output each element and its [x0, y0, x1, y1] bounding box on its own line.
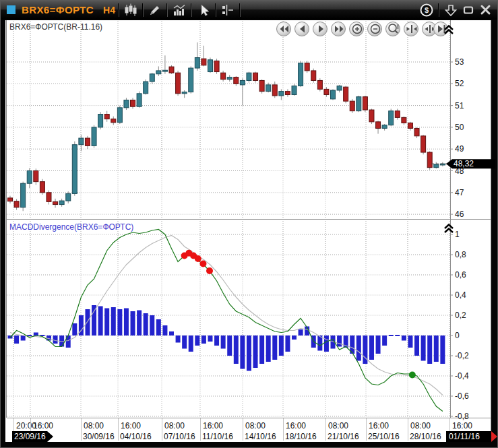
timeframe-label: H4	[103, 5, 115, 15]
svg-text:0,2: 0,2	[455, 311, 466, 320]
svg-text:11/10/16: 11/10/16	[202, 432, 233, 441]
toolbar-separator	[239, 3, 241, 17]
title-bar[interactable]: BRX6=ФОРТС H4	[1, 1, 497, 20]
svg-text:0,8: 0,8	[455, 250, 466, 259]
svg-text:18/10/16: 18/10/16	[285, 432, 317, 441]
nav-scroll-right-button[interactable]	[313, 22, 328, 36]
chart-type-tool-button[interactable]	[122, 2, 139, 18]
indicator-tool-button[interactable]	[170, 2, 188, 18]
toolbar-separator	[191, 3, 192, 17]
restore-icon	[461, 3, 476, 18]
svg-text:16:00: 16:00	[121, 421, 141, 430]
svg-text:51: 51	[455, 101, 464, 110]
svg-text:49: 49	[455, 144, 464, 154]
candlestick-icon	[123, 3, 138, 18]
chart-window: BRX6=ФОРТС H4	[0, 0, 498, 448]
nav-scroll-left-button[interactable]	[294, 22, 309, 36]
svg-text:16:00: 16:00	[33, 421, 53, 430]
end-date-tag-arrow-icon	[491, 431, 497, 442]
draw-tool-button[interactable]	[146, 2, 164, 18]
svg-text:$: $	[425, 6, 429, 14]
last-price-tag-label: 48,32	[454, 159, 474, 168]
svg-text:0: 0	[455, 331, 460, 340]
right-arrow-icon	[313, 22, 327, 36]
svg-text:21/10/16: 21/10/16	[328, 432, 359, 441]
svg-text:16:00: 16:00	[369, 421, 389, 430]
svg-text:25/10/16: 25/10/16	[368, 432, 400, 441]
bearish-divergence-dot	[206, 267, 213, 274]
svg-text:16:00: 16:00	[452, 421, 472, 430]
nav-scroll-right-fast-button[interactable]	[331, 22, 346, 36]
svg-text:04/10/16: 04/10/16	[120, 432, 152, 441]
macd-panel-title: MACDDivergence(BRX6=ФОРТС)	[9, 222, 133, 232]
bullish-divergence-dot	[409, 372, 416, 379]
nav-zoom-region-button[interactable]	[385, 22, 400, 36]
instrument-icon	[7, 5, 15, 14]
toolbar-separator	[438, 3, 439, 17]
double-chevron-up-icon	[443, 223, 455, 234]
magnifier-icon	[386, 22, 400, 36]
nav-zoom-in-button[interactable]	[349, 22, 364, 36]
svg-text:07/10/16: 07/10/16	[164, 432, 195, 441]
download-button[interactable]	[442, 2, 460, 18]
levels-icon	[220, 3, 235, 18]
svg-text:08:00: 08:00	[245, 421, 266, 430]
nav-zoom-out-button[interactable]	[367, 22, 382, 36]
svg-text:08:00: 08:00	[328, 421, 348, 430]
svg-text:46: 46	[455, 210, 464, 219]
start-date-tag-label: 23/09/16	[14, 432, 46, 441]
indicator-icon	[172, 3, 187, 18]
levels-tool-button[interactable]	[219, 2, 237, 18]
toolbar-separator	[118, 3, 119, 17]
nav-compress-scale-button[interactable]	[404, 22, 418, 36]
double-right-arrow-icon	[332, 22, 345, 36]
svg-text:28/10/16: 28/10/16	[410, 432, 441, 441]
svg-text:08:00: 08:00	[84, 421, 104, 430]
svg-text:47: 47	[455, 188, 464, 197]
toolbar-separator	[215, 3, 216, 17]
left-arrow-icon	[295, 22, 309, 36]
bearish-divergence-dot	[199, 261, 206, 267]
dollar-icon: $	[419, 3, 434, 18]
svg-text:-0,6: -0,6	[455, 391, 469, 401]
double-chevron-up-icon	[443, 24, 455, 35]
pencil-icon	[148, 3, 162, 18]
svg-text:30/09/16: 30/09/16	[83, 432, 115, 441]
svg-text:-0,4: -0,4	[455, 371, 469, 381]
bearish-divergence-dot	[195, 255, 201, 262]
compress-arrows-icon	[404, 22, 418, 36]
svg-text:0,6: 0,6	[455, 270, 466, 280]
svg-text:08:00: 08:00	[164, 421, 185, 430]
zoom-in-icon	[350, 22, 363, 36]
svg-text:50: 50	[455, 123, 464, 132]
svg-text:16:00: 16:00	[286, 421, 306, 430]
download-arrow-icon	[443, 3, 458, 18]
end-date-tag-label: 01/11/16	[449, 432, 480, 441]
svg-text:52: 52	[455, 79, 464, 88]
price-panel-title: BRX6=ФОРТС(BR-11.16)	[9, 22, 102, 32]
svg-text:0,4: 0,4	[455, 290, 466, 300]
svg-text:08:00: 08:00	[410, 421, 431, 430]
restore-button[interactable]	[460, 2, 477, 18]
svg-text:1: 1	[455, 230, 460, 239]
double-left-arrow-icon	[277, 22, 290, 36]
close-button[interactable]	[477, 2, 495, 18]
collapse-macd-panel-button[interactable]	[443, 223, 455, 234]
close-icon	[478, 3, 493, 18]
toolbar-separator	[166, 3, 168, 17]
svg-text:-0,8: -0,8	[455, 412, 469, 421]
zoom-out-icon	[368, 22, 381, 36]
svg-text:-0,2: -0,2	[455, 351, 469, 360]
svg-text:16:00: 16:00	[203, 421, 223, 430]
collapse-price-panel-button[interactable]	[443, 24, 455, 35]
cursor-icon	[196, 3, 211, 18]
svg-text:14/10/16: 14/10/16	[245, 432, 276, 441]
svg-text:53: 53	[455, 57, 464, 67]
currency-button[interactable]: $	[418, 2, 435, 18]
toolbar-separator	[142, 3, 144, 17]
nav-scroll-left-fast-button[interactable]	[276, 22, 291, 36]
cursor-tool-button[interactable]	[195, 2, 212, 18]
window-title: BRX6=ФОРТС	[22, 4, 94, 15]
